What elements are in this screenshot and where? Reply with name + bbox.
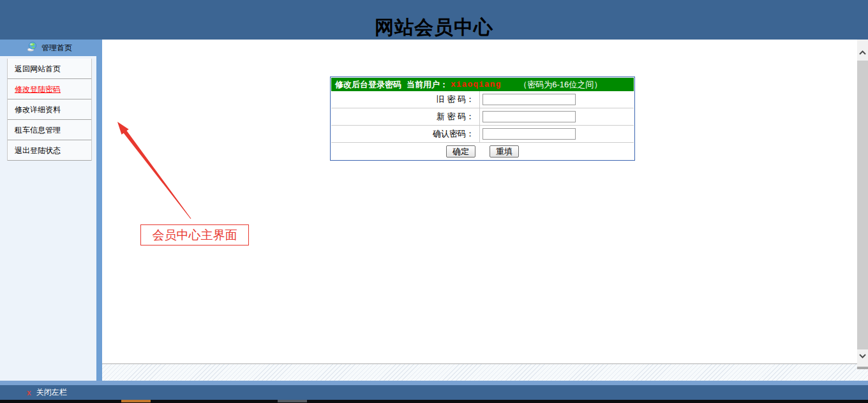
form-title: 修改后台登录密码 xyxy=(335,79,401,91)
sidebar-item-rental-management[interactable]: 租车信息管理 xyxy=(8,120,91,140)
submit-button[interactable]: 确定 xyxy=(446,145,475,158)
globe-monitor-icon xyxy=(27,41,37,54)
old-password-input[interactable] xyxy=(483,94,576,105)
current-user-value: xiaoqiang xyxy=(451,80,501,89)
sidebar-header-label: 管理首页 xyxy=(41,43,72,54)
main-content: 修改后台登录密码 当前用户： xiaoqiang （密码为6-16位之间） 旧 … xyxy=(102,40,857,363)
red-arrow-annotation-icon xyxy=(102,40,357,295)
reset-button[interactable]: 重填 xyxy=(490,145,519,158)
old-password-row: 旧 密 码： xyxy=(331,91,634,108)
bottom-light-strip xyxy=(0,381,868,385)
sidebar-item-change-password[interactable]: 修改登陆密码 xyxy=(8,79,91,99)
taskbar-edge xyxy=(0,400,868,403)
new-password-row: 新 密 码： xyxy=(331,108,634,126)
close-left-panel-control[interactable]: x 关闭左栏 xyxy=(0,385,868,400)
form-buttons-row: 确定 重填 xyxy=(331,143,634,159)
close-left-panel-label: 关闭左栏 xyxy=(36,387,67,398)
current-user-label: 当前用户： xyxy=(407,79,448,91)
sidebar-item-edit-profile[interactable]: 修改详细资料 xyxy=(8,99,91,120)
sidebar-menu: 返回网站首页 修改登陆密码 修改详细资料 租车信息管理 退出登陆状态 xyxy=(7,59,92,161)
new-password-label: 新 密 码： xyxy=(331,108,480,125)
change-password-form: 修改后台登录密码 当前用户： xiaoqiang （密码为6-16位之间） 旧 … xyxy=(330,77,635,161)
new-password-input[interactable] xyxy=(483,111,576,122)
taskbar-segment-gray xyxy=(278,400,307,402)
password-hint: （密码为6-16位之间） xyxy=(519,79,602,91)
sidebar: 管理首页 返回网站首页 修改登陆密码 修改详细资料 租车信息管理 退出登陆状态 xyxy=(0,40,102,381)
sidebar-header-home[interactable]: 管理首页 xyxy=(0,40,102,56)
scrollbar-thumb[interactable] xyxy=(857,61,868,349)
chevron-up-icon[interactable] xyxy=(857,46,868,59)
sidebar-item-return-home[interactable]: 返回网站首页 xyxy=(8,59,91,79)
form-header: 修改后台登录密码 当前用户： xiaoqiang （密码为6-16位之间） xyxy=(331,78,634,91)
annotation-label-box: 会员中心主界面 xyxy=(140,224,249,245)
old-password-label: 旧 密 码： xyxy=(331,91,480,108)
frame-bottom-strip xyxy=(102,363,868,381)
sidebar-item-logout[interactable]: 退出登陆状态 xyxy=(8,140,91,161)
close-x-icon: x xyxy=(27,388,31,397)
page: 网站会员中心 管理首页 返回网站首页 修改登陆密码 修改详细资料 租车信息管理 xyxy=(0,0,868,403)
top-header-bar: 网站会员中心 xyxy=(0,0,868,40)
vertical-scrollbar[interactable] xyxy=(857,40,868,367)
scrollbar-bottom-notch xyxy=(857,367,868,369)
confirm-password-label: 确认密码： xyxy=(331,126,480,142)
chevron-down-icon[interactable] xyxy=(857,349,868,362)
taskbar-segment-orange xyxy=(121,400,151,402)
sidebar-right-strip xyxy=(96,56,102,381)
confirm-password-row: 确认密码： xyxy=(331,126,634,143)
confirm-password-input[interactable] xyxy=(483,128,576,140)
page-title: 网站会员中心 xyxy=(375,18,493,40)
